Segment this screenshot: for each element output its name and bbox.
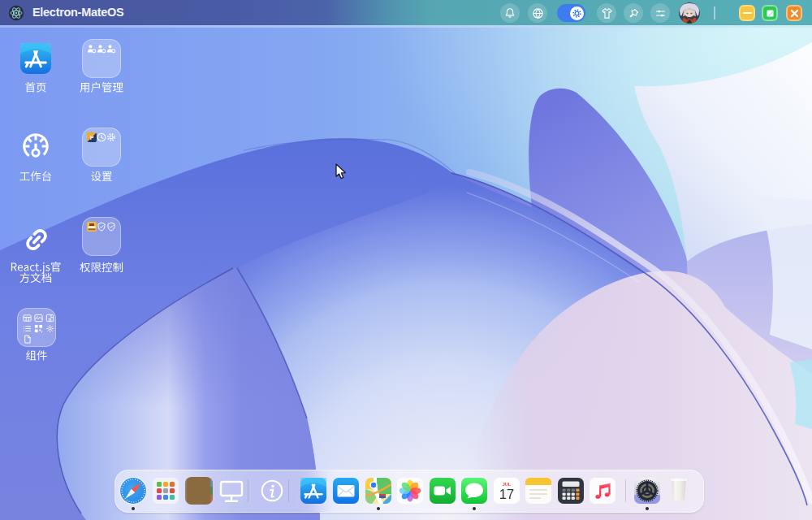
svg-text:P: P <box>90 135 94 141</box>
svg-text:JUL: JUL <box>503 482 512 487</box>
svg-text:17: 17 <box>499 487 514 501</box>
